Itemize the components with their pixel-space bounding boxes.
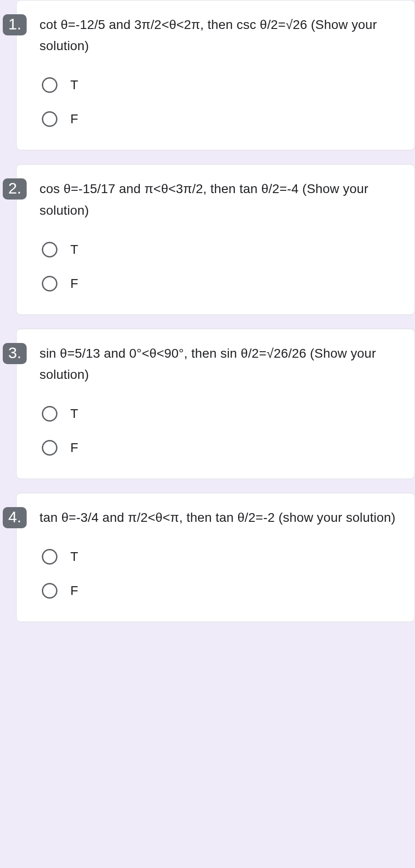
option-true[interactable]: T <box>40 242 401 257</box>
option-label: T <box>70 242 78 257</box>
option-label: F <box>70 112 78 126</box>
option-true[interactable]: T <box>40 406 401 422</box>
option-false[interactable]: F <box>40 583 401 599</box>
radio-icon <box>42 77 57 93</box>
question-card-4: 4. tan θ=-3/4 and π/2<θ<π, then tan θ/2=… <box>16 493 415 622</box>
question-card-3: 3. sin θ=5/13 and 0°<θ<90°, then sin θ/2… <box>16 329 415 479</box>
option-label: F <box>70 276 78 291</box>
question-card-1: 1. cot θ=-12/5 and 3π/2<θ<2π, then csc θ… <box>16 0 415 150</box>
option-true[interactable]: T <box>40 549 401 565</box>
question-text: cos θ=-15/17 and π<θ<3π/2, then tan θ/2=… <box>40 178 401 221</box>
question-text: cot θ=-12/5 and 3π/2<θ<2π, then csc θ/2=… <box>40 14 401 57</box>
radio-icon <box>42 406 57 422</box>
question-number-badge: 2. <box>3 178 27 200</box>
option-true[interactable]: T <box>40 77 401 93</box>
question-number-badge: 1. <box>3 14 27 35</box>
option-false[interactable]: F <box>40 440 401 456</box>
question-number-badge: 3. <box>3 343 27 364</box>
question-number-badge: 4. <box>3 507 27 528</box>
option-label: T <box>70 406 78 421</box>
option-label: F <box>70 440 78 455</box>
option-label: F <box>70 583 78 598</box>
radio-icon <box>42 242 57 257</box>
radio-icon <box>42 276 57 291</box>
radio-icon <box>42 440 57 456</box>
radio-icon <box>42 549 57 565</box>
question-card-2: 2. cos θ=-15/17 and π<θ<3π/2, then tan θ… <box>16 164 415 314</box>
option-false[interactable]: F <box>40 111 401 127</box>
option-label: T <box>70 549 78 564</box>
question-text: sin θ=5/13 and 0°<θ<90°, then sin θ/2=√2… <box>40 343 401 385</box>
radio-icon <box>42 111 57 127</box>
question-text: tan θ=-3/4 and π/2<θ<π, then tan θ/2=-2 … <box>40 507 401 528</box>
option-label: T <box>70 78 78 92</box>
option-false[interactable]: F <box>40 276 401 291</box>
radio-icon <box>42 583 57 599</box>
